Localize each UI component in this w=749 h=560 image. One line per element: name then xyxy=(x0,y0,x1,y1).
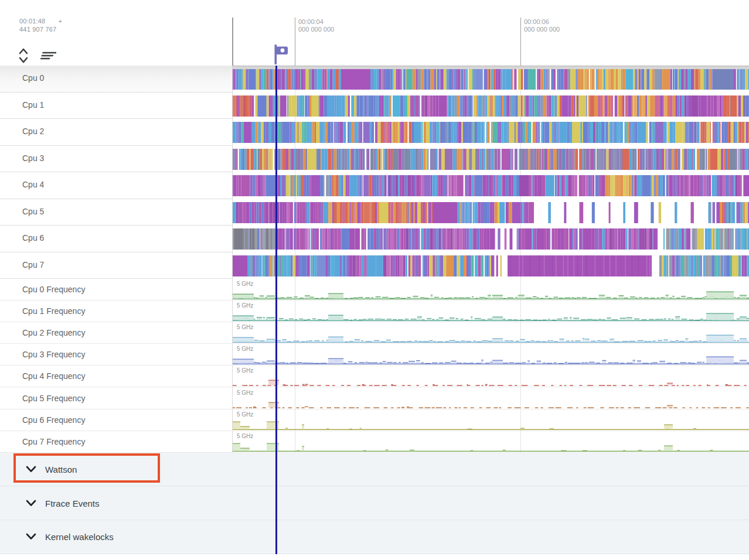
track-label-panel[interactable]: Cpu 0 Frequency xyxy=(0,279,232,300)
timeline-tick xyxy=(295,18,295,66)
track-label: Cpu 2 Frequency xyxy=(22,328,85,337)
cpu-slices-canvas[interactable] xyxy=(233,95,749,117)
freq-track-row-3: Cpu 3 Frequency 5 GHz xyxy=(0,344,749,366)
cpu-track-row-3: Cpu 3 xyxy=(0,146,749,173)
track-label-panel[interactable]: Cpu 6 xyxy=(0,226,232,252)
track-label: Cpu 6 xyxy=(22,234,44,243)
track-group-row-wattson[interactable]: Wattson xyxy=(0,453,749,487)
track-label: Cpu 5 xyxy=(22,207,44,216)
freq-chart-canvas[interactable] xyxy=(233,420,749,430)
track-label: Cpu 1 xyxy=(22,100,44,110)
track-label-panel[interactable]: Cpu 2 Frequency xyxy=(0,322,232,343)
selection-marker-line[interactable] xyxy=(275,66,277,554)
freq-track-row-7: Cpu 7 Frequency 5 GHz xyxy=(0,431,749,453)
tick-label: 00:00:06000 000 000 xyxy=(524,18,560,33)
cpu-slices-canvas[interactable] xyxy=(233,202,749,223)
chevron-down-icon xyxy=(26,466,36,473)
freq-chart-canvas[interactable] xyxy=(233,398,749,408)
track-label: Cpu 3 Frequency xyxy=(22,350,85,359)
viewport-time-ns: 441 907 767 xyxy=(19,25,62,33)
track-label-panel[interactable]: Cpu 5 xyxy=(0,199,232,226)
cpu-slices-canvas[interactable] xyxy=(233,122,749,143)
scale-label: 5 GHz xyxy=(237,302,253,309)
scale-label: 5 GHz xyxy=(237,281,253,287)
cpu-track-row-5: Cpu 5 xyxy=(0,199,749,226)
track-label-panel[interactable]: Cpu 3 Frequency xyxy=(0,344,232,365)
chevron-down-icon xyxy=(26,500,36,507)
freq-track-row-5: Cpu 5 Frequency 5 GHz xyxy=(0,388,749,409)
track-label: Cpu 4 Frequency xyxy=(22,371,85,381)
chevron-down-icon xyxy=(26,533,36,540)
panel-divider-line xyxy=(232,18,233,66)
freq-track-row-1: Cpu 1 Frequency 5 GHz xyxy=(0,301,749,322)
cpu-slices-canvas[interactable] xyxy=(233,69,749,90)
timeline-top-strip xyxy=(233,66,749,69)
track-label: Cpu 5 Frequency xyxy=(22,394,85,403)
scale-label: 5 GHz xyxy=(237,346,253,352)
track-label: Cpu 6 Frequency xyxy=(22,415,85,425)
timeline-tick xyxy=(520,18,521,66)
track-group-row-ftrace-events[interactable]: Ftrace Events xyxy=(0,486,749,520)
trace-viewer: 00:01:48 + 441 907 767 00:00:04000 000 0… xyxy=(0,0,749,560)
cpu-slices-canvas[interactable] xyxy=(233,228,749,250)
scale-label: 5 GHz xyxy=(237,411,253,418)
track-label: Cpu 4 xyxy=(22,180,44,190)
freq-chart-canvas[interactable] xyxy=(233,333,749,343)
group-label: Kernel wakelocks xyxy=(45,532,114,542)
tick-label: 00:00:04000 000 000 xyxy=(298,18,334,33)
track-label: Cpu 7 xyxy=(22,260,44,269)
freq-track-row-2: Cpu 2 Frequency 5 GHz xyxy=(0,322,749,344)
viewport-time-hms: 00:01:48 xyxy=(19,17,45,25)
track-label-panel[interactable]: Cpu 1 xyxy=(0,93,232,119)
track-label: Cpu 0 Frequency xyxy=(22,285,85,294)
scale-label: 5 GHz xyxy=(237,390,253,396)
cpu-track-row-0: Cpu 0 xyxy=(0,66,749,93)
track-label: Cpu 3 xyxy=(22,153,44,163)
track-group-row-kernel-wakelocks[interactable]: Kernel wakelocks xyxy=(0,520,749,554)
track-label-panel[interactable]: Cpu 3 xyxy=(0,146,232,173)
track-label-panel[interactable]: Cpu 1 Frequency xyxy=(0,301,232,322)
scale-label: 5 GHz xyxy=(237,367,253,374)
cpu-track-row-1: Cpu 1 xyxy=(0,93,749,119)
freq-track-row-6: Cpu 6 Frequency 5 GHz xyxy=(0,409,749,431)
track-label-panel[interactable]: Cpu 6 Frequency xyxy=(0,409,232,431)
cpu-track-row-4: Cpu 4 xyxy=(0,172,749,199)
track-label-panel[interactable]: Cpu 0 xyxy=(0,66,232,93)
scale-label: 5 GHz xyxy=(237,433,253,439)
freq-chart-canvas[interactable] xyxy=(233,442,749,452)
viewport-time-plus: + xyxy=(58,17,62,25)
track-label-panel[interactable]: Cpu 4 Frequency xyxy=(0,366,232,387)
freq-chart-canvas[interactable] xyxy=(233,311,749,321)
cpu-slices-canvas[interactable] xyxy=(233,175,749,196)
track-label-panel[interactable]: Cpu 4 xyxy=(0,172,232,199)
track-label: Cpu 7 Frequency xyxy=(22,437,85,446)
cpu-track-row-6: Cpu 6 xyxy=(0,226,749,252)
cpu-slices-canvas[interactable] xyxy=(233,255,749,276)
freq-track-row-4: Cpu 4 Frequency 5 GHz xyxy=(0,366,749,387)
cpu-track-row-7: Cpu 7 xyxy=(0,252,749,279)
cpu-slices-canvas[interactable] xyxy=(233,149,749,170)
sort-tracks-icon[interactable] xyxy=(39,50,56,62)
freq-chart-canvas[interactable] xyxy=(233,376,749,386)
expand-collapse-tracks-icon[interactable] xyxy=(18,47,29,64)
scale-label: 5 GHz xyxy=(237,324,253,330)
viewport-time-label: 00:01:48 + 441 907 767 xyxy=(19,17,62,33)
track-label-panel[interactable]: Cpu 5 Frequency xyxy=(0,388,232,409)
track-label-panel[interactable]: Cpu 7 xyxy=(0,252,232,279)
flag-marker-icon[interactable] xyxy=(270,43,292,67)
track-label: Cpu 0 xyxy=(22,74,44,83)
freq-track-row-0: Cpu 0 Frequency 5 GHz xyxy=(0,279,749,301)
cpu-track-row-2: Cpu 2 xyxy=(0,119,749,146)
freq-chart-canvas[interactable] xyxy=(233,289,749,299)
track-label: Cpu 1 Frequency xyxy=(22,306,85,316)
group-label: Ftrace Events xyxy=(45,498,100,508)
track-label-panel[interactable]: Cpu 7 Frequency xyxy=(0,431,232,452)
track-label: Cpu 2 xyxy=(22,127,44,136)
track-label-panel[interactable]: Cpu 2 xyxy=(0,119,232,146)
group-label: Wattson xyxy=(45,465,77,474)
freq-chart-canvas[interactable] xyxy=(233,354,749,364)
